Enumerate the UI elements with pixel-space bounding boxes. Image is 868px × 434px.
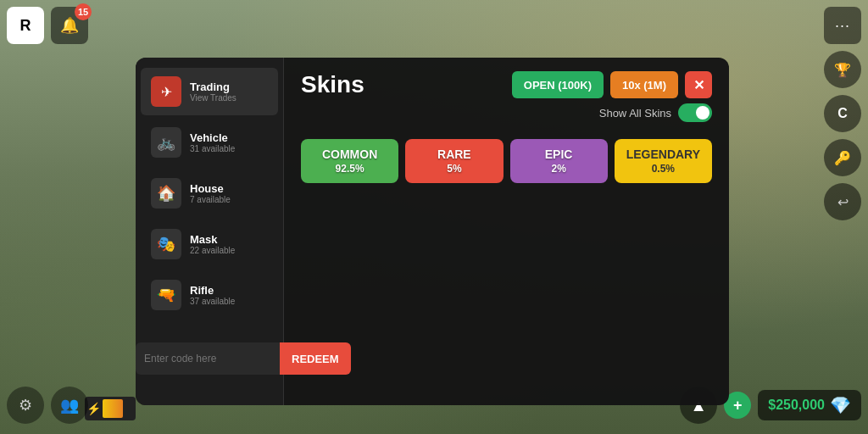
right-icon-panel: 🏆 C 🔑 ↩ [824,51,861,220]
rarity-common-button[interactable]: COMMON 92.5% [301,139,398,183]
bell-icon: 🔔 [60,16,79,35]
show-all-row: Show All Skins [599,103,712,122]
redeem-button[interactable]: REDEEM [280,342,351,375]
settings-icon[interactable]: ⚙ [7,387,44,424]
vehicle-title: Vehicle [190,131,235,144]
trophy-icon[interactable]: 🏆 [824,51,861,88]
bottom-left-icons: ⚙ 👥 [7,387,88,424]
vehicle-sub: 31 available [190,144,235,153]
skins-content-area [301,183,712,392]
c-icon[interactable]: C [824,95,861,132]
rarity-epic-button[interactable]: EPIC 2% [510,139,608,183]
mask-title: Mask [190,233,235,246]
lightning-bar: ⚡ [85,397,136,420]
rarity-legendary-button[interactable]: LEGENDARY 0.5% [615,139,712,183]
open-10x-button[interactable]: 10x (1M) [610,71,678,98]
lightning-fill [103,399,123,418]
rifle-title: Rifle [190,284,235,297]
sidebar-item-house[interactable]: 🏠 House 7 available [141,170,278,217]
currency-value: $250,000 [768,398,825,413]
house-sub: 7 available [190,195,231,204]
rifle-sub: 37 available [190,297,235,306]
menu-button[interactable]: ··· [824,7,861,44]
show-all-label: Show All Skins [599,107,671,120]
back-icon[interactable]: ↩ [824,183,861,220]
house-title: House [190,182,231,195]
currency-icon: 💎 [830,395,851,415]
close-button[interactable]: ✕ [685,71,712,98]
rare-label: RARE [437,147,471,161]
notification-badge: 15 [75,3,92,20]
show-all-toggle[interactable] [678,103,712,122]
epic-label: EPIC [545,147,573,161]
common-label: COMMON [322,147,377,161]
trading-title: Trading [190,81,236,93]
notification-icon[interactable]: 🔔 15 [51,7,88,44]
modal-header: Skins OPEN (100K) 10x (1M) ✕ Show All Sk… [301,71,712,122]
lightning-icon: ⚡ [86,402,101,415]
legendary-pct: 0.5% [652,163,675,175]
header-buttons: OPEN (100K) 10x (1M) ✕ [512,71,712,98]
rare-pct: 5% [447,163,461,175]
epic-pct: 2% [551,163,565,175]
sidebar-item-trading[interactable]: ✈ Trading View Trades [141,68,278,115]
code-input[interactable] [136,342,280,375]
key-icon[interactable]: 🔑 [824,139,861,176]
modal-title: Skins [301,71,364,98]
common-pct: 92.5% [336,163,364,175]
rarity-rare-button[interactable]: RARE 5% [405,139,503,183]
rarity-buttons: COMMON 92.5% RARE 5% EPIC 2% LEGENDARY 0… [301,139,712,183]
rifle-icon: 🔫 [151,280,181,310]
currency-display: $250,000 💎 [758,390,861,420]
mask-sub: 22 available [190,246,235,255]
header-controls: OPEN (100K) 10x (1M) ✕ Show All Skins [512,71,712,122]
trading-icon: ✈ [151,76,181,107]
open-button[interactable]: OPEN (100K) [512,71,604,98]
code-bar: REDEEM [136,342,284,376]
roblox-icon[interactable]: R [7,7,44,44]
legendary-label: LEGENDARY [626,147,700,161]
house-icon: 🏠 [151,178,181,209]
main-content: Skins OPEN (100K) 10x (1M) ✕ Show All Sk… [284,58,729,405]
trading-sub: View Trades [190,93,236,103]
sidebar-item-mask[interactable]: 🎭 Mask 22 available [141,220,278,268]
vehicle-icon: 🚲 [151,127,181,158]
players-icon[interactable]: 👥 [51,387,88,424]
sidebar-item-vehicle[interactable]: 🚲 Vehicle 31 available [141,119,278,166]
sidebar-item-rifle[interactable]: 🔫 Rifle 37 available [141,271,278,319]
mask-icon: 🎭 [151,229,181,259]
